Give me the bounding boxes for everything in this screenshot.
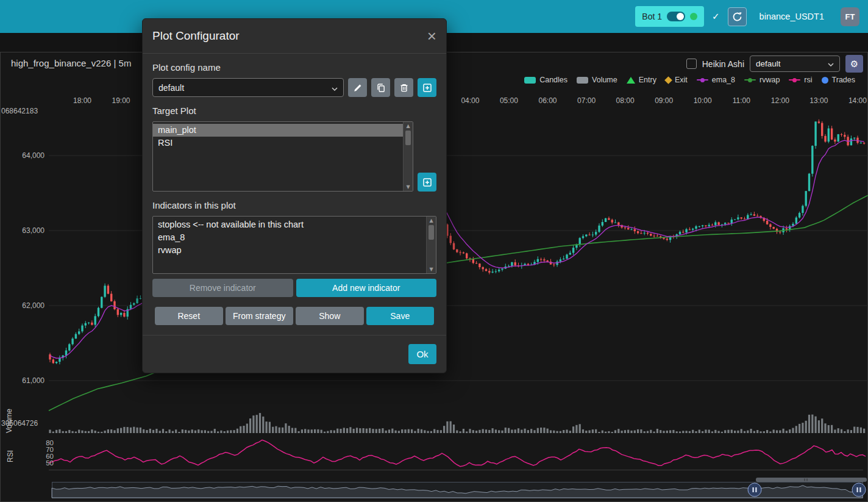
x-axis-tick: 07:00 <box>577 96 596 105</box>
add-config-button[interactable] <box>418 78 436 97</box>
from-strategy-button[interactable]: From strategy <box>226 307 294 325</box>
scroll-down-icon[interactable]: ▼ <box>427 267 436 272</box>
navbar-right-group: Bot 1 ✓ binance_USDT1 FT <box>635 6 868 27</box>
x-axis-tick: 08:00 <box>616 96 635 105</box>
legend-marker <box>627 77 635 84</box>
legend-item-ema_8[interactable]: ema_8 <box>697 76 735 84</box>
ok-button[interactable]: Ok <box>408 344 436 364</box>
config-name-select[interactable]: default <box>152 78 344 97</box>
legend-label: rsi <box>804 76 812 84</box>
legend-item-Exit[interactable]: Exit <box>666 76 688 84</box>
legend-marker <box>789 79 800 81</box>
indicators-list[interactable]: stoploss <-- not available in this chart… <box>153 217 426 273</box>
x-axis-tick: 12:00 <box>771 96 789 105</box>
chart-toolbar: Heikin Ashi default ⚙ <box>686 55 863 73</box>
legend-marker <box>524 77 536 84</box>
x-axis-tick: 05:00 <box>500 96 518 105</box>
legend-item-Entry[interactable]: Entry <box>627 76 656 84</box>
legend-item-Candles[interactable]: Candles <box>524 76 567 84</box>
indicators-scrollbar[interactable]: ▲ ▼ <box>426 217 436 273</box>
list-item[interactable]: ema_8 <box>153 231 426 244</box>
legend-item-Volume[interactable]: Volume <box>577 76 617 84</box>
plus-square-icon <box>422 83 432 93</box>
bot-selector[interactable]: Bot 1 <box>635 6 704 27</box>
scroll-up-icon[interactable]: ▲ <box>404 123 413 129</box>
target-plot-scrollbar[interactable]: ▲ ▼ <box>403 122 413 191</box>
config-name-row: default <box>152 78 436 97</box>
list-item[interactable]: rvwap <box>153 244 426 257</box>
bot-name-label: Bot 1 <box>642 12 662 21</box>
plot-configurator-modal: Plot Configurator × Plot config name def… <box>142 18 447 373</box>
gear-icon: ⚙ <box>850 59 858 70</box>
scrollbar-thumb[interactable] <box>405 131 411 145</box>
x-axis-tick: 14:00 <box>848 96 867 105</box>
y-axis-tick: 62,000 <box>17 301 44 310</box>
bot-enable-toggle[interactable] <box>667 12 685 21</box>
save-button[interactable]: Save <box>366 307 435 325</box>
modal-footer: Ok <box>143 335 446 373</box>
x-axis-tick: 10:00 <box>694 96 712 105</box>
scrollbar-thumb[interactable] <box>429 225 434 240</box>
copy-icon <box>376 83 386 93</box>
chevron-down-icon <box>332 83 338 93</box>
target-plot-list[interactable]: main_plotRSI <box>153 122 403 191</box>
plot-config-dropdown-value: default <box>756 59 781 68</box>
axis-stray-label: 068642183 <box>1 107 38 115</box>
rename-config-button[interactable] <box>348 78 367 97</box>
target-plot-row: main_plotRSI ▲ ▼ <box>152 121 436 192</box>
remove-indicator-button[interactable]: Remove indicator <box>152 279 293 297</box>
toggle-knob <box>677 13 684 20</box>
add-new-indicator-button[interactable]: Add new indicator <box>296 279 437 297</box>
target-plot-label: Target Plot <box>152 106 436 116</box>
duplicate-config-button[interactable] <box>371 78 390 97</box>
datazoom-strip[interactable] <box>52 482 863 498</box>
show-button[interactable]: Show <box>296 307 364 325</box>
x-axis-tick: 09:00 <box>655 96 673 105</box>
list-item[interactable]: RSI <box>153 137 403 149</box>
legend-item-rsi[interactable]: rsi <box>789 76 812 84</box>
list-item[interactable]: stoploss <-- not available in this chart <box>153 218 426 231</box>
y-axis-tick: 64,000 <box>17 151 44 160</box>
list-item[interactable]: main_plot <box>153 124 403 137</box>
delete-config-button[interactable] <box>394 78 413 97</box>
config-actions-row: Reset From strategy Show Save <box>152 307 436 325</box>
x-axis-tick: 19:00 <box>112 96 130 105</box>
plot-config-name-label: Plot config name <box>152 62 436 73</box>
scroll-up-icon[interactable]: ▲ <box>427 218 436 223</box>
datazoom-right-handle[interactable] <box>852 483 866 497</box>
bot-pair-label: binance_USDT1 <box>760 12 824 21</box>
heikin-ashi-checkbox[interactable] <box>686 59 697 69</box>
legend-item-Trades[interactable]: Trades <box>822 76 855 84</box>
chevron-down-icon <box>828 59 834 68</box>
legend-label: Entry <box>639 76 656 84</box>
refresh-button[interactable] <box>728 7 747 26</box>
x-axis-tick: 18:00 <box>73 96 91 105</box>
legend-item-rvwap[interactable]: rvwap <box>744 76 780 84</box>
legend-marker-dot <box>748 78 752 82</box>
legend-marker <box>577 77 588 84</box>
legend-label: ema_8 <box>712 76 735 84</box>
check-icon: ✓ <box>712 11 720 22</box>
plus-square-icon <box>422 177 432 187</box>
plot-config-dropdown[interactable]: default <box>750 56 840 72</box>
datazoom-left-handle[interactable] <box>748 483 761 497</box>
rsi-pane-label: RSI <box>6 445 15 462</box>
plot-settings-button[interactable]: ⚙ <box>845 55 863 73</box>
x-axis-tick: 11:00 <box>733 96 750 105</box>
datazoom-scrollbar[interactable] <box>756 478 867 482</box>
x-axis-tick: 04:00 <box>461 96 479 105</box>
add-plot-button[interactable] <box>418 173 436 192</box>
reset-button[interactable]: Reset <box>155 307 223 325</box>
scroll-down-icon[interactable]: ▼ <box>404 184 413 190</box>
trash-icon <box>399 83 409 93</box>
config-name-select-value: default <box>158 83 184 93</box>
target-plot-listbox: main_plotRSI ▲ ▼ <box>152 121 413 192</box>
refresh-icon <box>732 12 742 22</box>
close-icon[interactable]: × <box>427 28 436 44</box>
legend-marker-dot <box>792 78 797 82</box>
y-axis-tick: 61,000 <box>17 376 44 385</box>
bot-online-indicator <box>690 13 697 20</box>
freqtrade-logo[interactable]: FT <box>841 7 859 26</box>
legend-label: Candles <box>539 76 567 84</box>
rsi-axis-tick: 50 <box>38 459 54 467</box>
